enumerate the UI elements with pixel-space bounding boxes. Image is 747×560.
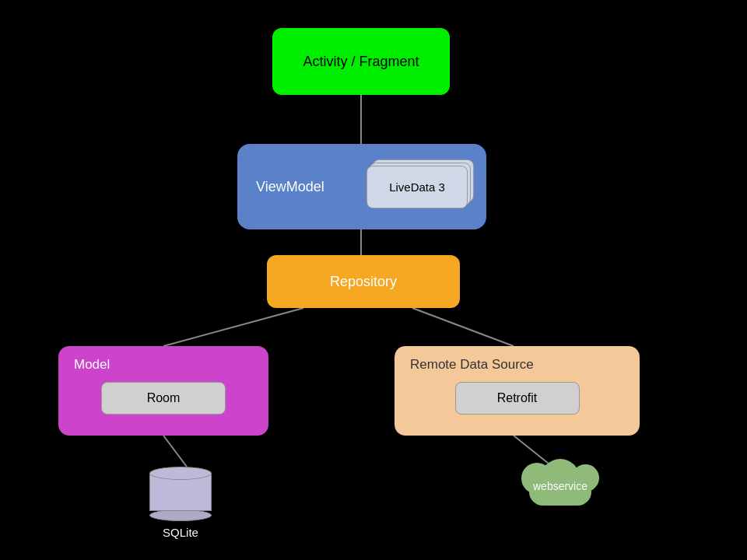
svg-line-5 bbox=[514, 436, 552, 467]
sqlite-container: SQLite bbox=[149, 467, 212, 539]
webservice-label: webservice bbox=[533, 480, 587, 492]
activity-fragment-label: Activity / Fragment bbox=[303, 54, 419, 70]
svg-line-3 bbox=[412, 308, 514, 346]
webservice-container: webservice bbox=[514, 467, 607, 513]
viewmodel-box: ViewModel LiveData 3 bbox=[237, 144, 486, 229]
room-label: Room bbox=[147, 391, 181, 405]
retrofit-label: Retrofit bbox=[497, 391, 538, 405]
remote-data-source-box: Remote Data Source Retrofit bbox=[395, 346, 640, 436]
svg-line-2 bbox=[163, 308, 303, 346]
retrofit-card: Retrofit bbox=[455, 382, 580, 415]
repository-box: Repository bbox=[267, 255, 460, 308]
svg-line-4 bbox=[163, 436, 187, 467]
webservice-cloud: webservice bbox=[514, 467, 607, 513]
sqlite-label: SQLite bbox=[163, 526, 198, 539]
cylinder-bottom bbox=[149, 509, 212, 521]
remote-data-source-label: Remote Data Source bbox=[410, 357, 624, 373]
livedata-label: LiveData 3 bbox=[389, 180, 445, 194]
model-label: Model bbox=[74, 357, 253, 373]
livedata-stack: LiveData 3 bbox=[366, 159, 468, 214]
repository-label: Repository bbox=[330, 274, 397, 290]
cloud-shape: webservice bbox=[514, 467, 607, 506]
model-box: Model Room bbox=[58, 346, 268, 436]
room-card: Room bbox=[101, 382, 226, 415]
sqlite-cylinder bbox=[149, 467, 212, 521]
viewmodel-label: ViewModel bbox=[256, 179, 324, 195]
diagram-container: Activity / Fragment ViewModel LiveData 3… bbox=[0, 0, 747, 560]
livedata-card-3: LiveData 3 bbox=[366, 166, 468, 208]
activity-fragment-box: Activity / Fragment bbox=[272, 28, 450, 95]
